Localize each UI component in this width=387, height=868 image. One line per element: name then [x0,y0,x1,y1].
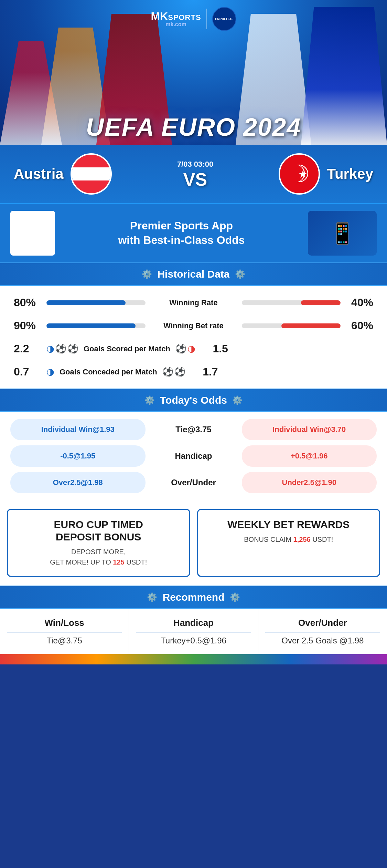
match-date: 7/03 03:00 [177,160,213,169]
away-individual-win-btn[interactable]: Individual Win@3.70 [242,419,377,440]
turkey-flag: ☽ ★ [280,155,319,193]
logo-divider [206,9,207,29]
deposit-bonus-desc: DEPOSIT MORE,GET MORE! UP TO 125 USDT! [15,547,182,567]
soccer-ball-icon-3: ⚽ [175,343,186,354]
recommend-icon-right: ⚙️ [230,592,240,602]
away-goals-conceded: 1.7 [191,365,218,378]
recommend-handicap: Handicap Turkey+0.5@1.96 [129,609,258,654]
deposit-highlight: 125 [113,558,124,566]
home-winning-bar [46,300,146,305]
historical-title: Historical Data [157,268,229,280]
austria-flag-circle [71,153,112,195]
away-conceded-icons: ⚽ ⚽ [162,366,185,377]
euro-title-text: UEFA EURO 2024 [86,113,301,141]
winloss-col-value: Tie@3.75 [7,636,122,645]
away-goals-scored: 1.5 [201,342,228,355]
handicap-label: Handicap [149,451,238,461]
odds-row-1: Individual Win@1.93 Tie@3.75 Individual … [10,419,377,440]
recommend-grid: Win/Loss Tie@3.75 Handicap Turkey+0.5@1.… [0,609,387,654]
away-winning-bar-fill [301,300,341,305]
home-goals-icons: ◑ ⚽ ⚽ [46,343,78,354]
odds-row-2: -0.5@1.95 Handicap +0.5@1.96 [10,445,377,467]
promo-title: Premier Sports Appwith Best-in-Class Odd… [62,219,301,247]
home-conceded-icons: ◑ [46,366,54,377]
half-ball-icon-2: ◑ [46,366,54,377]
historical-icon-right: ⚙️ [235,269,245,279]
stat-row-winning-bet: 90% Winning Bet rate 60% [14,319,373,332]
mk-brand: MKSPORTS [151,11,201,22]
home-goals-scored: 2.2 [14,342,41,355]
qr-code [10,211,55,256]
away-winning-rate: 40% [346,296,373,309]
austria-flag [72,155,110,193]
over-btn[interactable]: Over2.5@1.98 [10,472,146,493]
under-btn[interactable]: Under2.5@1.90 [242,472,377,493]
recommend-overunder: Over/Under Over 2.5 Goals @1.98 [258,609,387,654]
odds-icon-left: ⚙️ [144,395,155,405]
home-bet-bar-fill [46,323,136,328]
odds-header: ⚙️ Today's Odds ⚙️ [0,389,387,412]
handicap-col-value: Turkey+0.5@1.96 [136,636,251,645]
odds-icon-right: ⚙️ [232,395,243,405]
weekly-highlight: 1,256 [293,536,311,543]
goals-scored-label: Goals Scored per Match [84,344,170,353]
deposit-bonus-card: EURO CUP TIMEDDEPOSIT BONUS DEPOSIT MORE… [7,509,190,577]
stat-row-goals-scored: 2.2 ◑ ⚽ ⚽ Goals Scored per Match ⚽ ◑ 1.5 [14,342,373,355]
app-promo: Premier Sports Appwith Best-in-Class Odd… [0,203,387,262]
app-screens: 📱 [308,211,377,256]
winloss-col-title: Win/Loss [7,618,122,632]
recommend-header: ⚙️ Recommend ⚙️ [0,586,387,609]
partner-logo: EMPOLI F.C. [212,7,236,31]
home-goals-conceded: 0.7 [14,365,41,378]
away-team-name: Turkey [327,166,373,182]
away-handicap-btn[interactable]: +0.5@1.96 [242,445,377,467]
player-silhouette-5 [301,7,387,145]
historical-icon-left: ⚙️ [142,269,152,279]
historical-section: 80% Winning Rate 40% 90% Winning Bet rat… [0,286,387,389]
euro-title: UEFA EURO 2024 [86,113,301,141]
mk-sports-logo: MKSPORTS mk.com [151,11,201,27]
half-circle-icon: ◑ [46,343,54,354]
turkey-star-icon: ★ [298,168,308,180]
soccer-ball-icon-5: ⚽ [174,366,185,377]
over-under-label: Over/Under [149,478,238,487]
austria-flag-mid [72,167,110,180]
overunder-col-value: Over 2.5 Goals @1.98 [265,636,380,645]
home-team-name: Austria [14,166,64,182]
away-winning-bet: 60% [346,319,373,332]
historical-header: ⚙️ Historical Data ⚙️ [0,262,387,286]
phone-icon: 📱 [330,221,355,246]
promo-text: Premier Sports Appwith Best-in-Class Odd… [62,219,301,247]
home-winning-bet: 90% [14,319,41,332]
half-ball-icon: ◑ [187,343,195,354]
header-banner: MKSPORTS mk.com EMPOLI F.C. UEFA EURO 20… [0,0,387,145]
logo-area: MKSPORTS mk.com EMPOLI F.C. [151,7,236,31]
soccer-ball-icon-2: ⚽ [67,343,78,354]
home-handicap-btn[interactable]: -0.5@1.95 [10,445,146,467]
home-bet-bar [46,323,146,328]
goals-conceded-label: Goals Conceded per Match [60,368,157,376]
away-bet-bar-fill [281,323,341,328]
recommend-title: Recommend [162,591,224,603]
home-individual-win-btn[interactable]: Individual Win@1.93 [10,419,146,440]
soccer-ball-icon-4: ⚽ [162,366,173,377]
odds-title: Today's Odds [160,394,227,406]
recommend-icon-left: ⚙️ [147,592,157,602]
weekly-rewards-card: WEEKLY BET REWARDS BONUS CLAIM 1,256 USD… [197,509,380,577]
home-winning-rate: 80% [14,296,41,309]
deposit-bonus-title: EURO CUP TIMEDDEPOSIT BONUS [15,518,182,543]
bonus-section: EURO CUP TIMEDDEPOSIT BONUS DEPOSIT MORE… [0,500,387,586]
weekly-rewards-title: WEEKLY BET REWARDS [205,518,373,531]
austria-flag-top [72,155,110,167]
weekly-rewards-desc: BONUS CLAIM 1,256 USDT! [205,534,373,545]
stat-row-winning-rate: 80% Winning Rate 40% [14,296,373,309]
turkey-flag-circle: ☽ ★ [279,153,320,195]
vs-text: VS [183,170,207,188]
tie-odds: Tie@3.75 [149,425,238,434]
soccer-ball-icon-1: ⚽ [55,343,66,354]
bottom-decoration [0,654,387,664]
match-section: Austria 7/03 03:00 VS ☽ ★ Turkey [0,145,387,203]
away-winning-bar [242,300,341,305]
winning-bet-label: Winning Bet rate [151,321,237,330]
odds-section: Individual Win@1.93 Tie@3.75 Individual … [0,412,387,500]
